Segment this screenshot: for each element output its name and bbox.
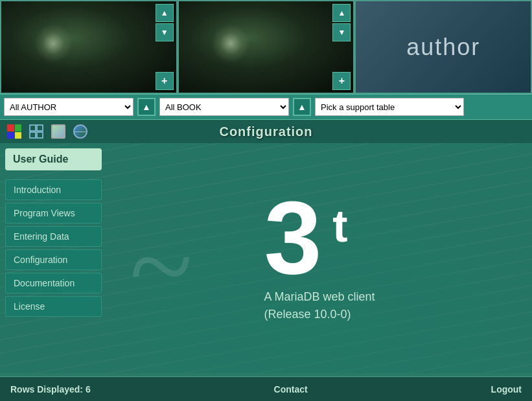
app-logo: 3 t A MariaDB web client (Release 10.0-0… (264, 194, 375, 323)
rows-displayed: Rows Displayed: 6 (10, 384, 91, 395)
logout-link[interactable]: Logout (491, 384, 522, 395)
panel1-plus-button[interactable]: + (156, 72, 174, 90)
author-sort-button[interactable]: ▲ (137, 98, 156, 116)
contact-link[interactable]: Contact (274, 384, 308, 395)
glow-1 (34, 24, 73, 63)
logo-number: 3 (264, 179, 321, 295)
grid-icon[interactable] (27, 122, 45, 141)
globe-shape (73, 124, 87, 139)
svg-rect-3 (37, 132, 43, 138)
footer: Rows Displayed: 6 Contact Logout (0, 376, 532, 401)
toolbar: Configuration (0, 120, 532, 143)
panel2-up-button[interactable]: ▲ (332, 4, 351, 22)
author-panel: author (354, 0, 532, 94)
svg-rect-1 (37, 125, 43, 131)
panel1-up-button[interactable]: ▲ (156, 4, 174, 22)
book-select[interactable]: All BOOK Book 1 Book 2 (159, 98, 289, 116)
user-guide-header[interactable]: User Guide (5, 148, 102, 170)
toolbar-title: Configuration (219, 124, 312, 139)
author-select[interactable]: All AUTHOR Author 1 Author 2 (4, 98, 133, 116)
panel1-down-button[interactable]: ▼ (156, 23, 174, 41)
filter-bar: All AUTHOR Author 1 Author 2 ▲ All BOOK … (0, 94, 532, 120)
panel1-controls: ▲ ▼ (153, 1, 176, 44)
cs-green (15, 124, 22, 132)
main-area: User Guide Introduction Program Views En… (0, 143, 532, 373)
img-icon-shape (51, 124, 65, 139)
globe-icon[interactable] (71, 122, 89, 141)
sidebar-divider (5, 173, 102, 177)
panel2-plus-button[interactable]: + (332, 72, 351, 90)
support-select[interactable]: Pick a support table Table 1 Table 2 (315, 98, 464, 116)
cs-red (7, 124, 14, 132)
svg-rect-2 (30, 132, 36, 138)
color-squares-icon[interactable] (5, 122, 23, 141)
image-panel-1: ▲ ▼ + (0, 0, 178, 94)
cs-yellow (15, 132, 22, 139)
sidebar-item-configuration[interactable]: Configuration (5, 249, 102, 270)
book-sort-button[interactable]: ▲ (293, 98, 311, 116)
sidebar: User Guide Introduction Program Views En… (0, 143, 107, 373)
svg-rect-0 (30, 125, 36, 131)
glow-2 (211, 24, 250, 63)
logo-superscript: t (332, 200, 347, 252)
sidebar-item-introduction[interactable]: Introduction (5, 179, 102, 200)
panel2-down-button[interactable]: ▼ (332, 23, 351, 41)
image-icon[interactable] (49, 122, 67, 141)
sidebar-item-documentation[interactable]: Documentation (5, 273, 102, 293)
image-panel-2: ▲ ▼ + (178, 0, 355, 94)
cs-blue (7, 132, 14, 139)
author-label: author (406, 34, 480, 61)
sidebar-item-program-views[interactable]: Program Views (5, 203, 102, 223)
top-bar: ▲ ▼ + ▲ ▼ + author (0, 0, 532, 94)
sidebar-item-license[interactable]: License (5, 296, 102, 317)
logo-line2: (Release 10.0-0) (264, 306, 375, 323)
sidebar-item-entering-data[interactable]: Entering Data (5, 226, 102, 247)
main-content: 3 t A MariaDB web client (Release 10.0-0… (107, 143, 532, 373)
panel2-controls: ▲ ▼ (330, 1, 353, 44)
